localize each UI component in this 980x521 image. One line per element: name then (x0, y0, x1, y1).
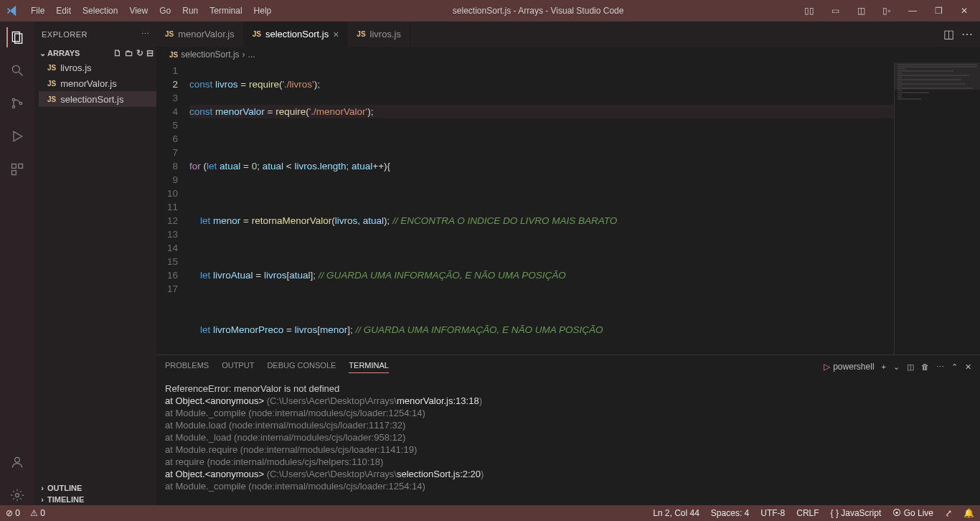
split-terminal-icon[interactable]: ◫ (907, 362, 914, 372)
sidebar: EXPLORER ⋯ ⌄ ARRAYS 🗋 🗀 ↻ ⊟ JSlivros.js … (34, 22, 156, 505)
svg-point-2 (12, 65, 19, 72)
file-row[interactable]: JSlivros.js (39, 60, 156, 75)
folder-section[interactable]: ⌄ ARRAYS 🗋 🗀 ↻ ⊟ (34, 47, 156, 60)
split-editor-icon[interactable]: ◫ (943, 27, 954, 41)
timeline-label: TIMELINE (47, 495, 84, 504)
file-row[interactable]: JSmenorValor.js (39, 75, 156, 91)
menu-terminal[interactable]: Terminal (204, 6, 248, 16)
new-file-icon[interactable]: 🗋 (113, 48, 122, 58)
editor-more-icon[interactable]: ⋯ (961, 27, 973, 41)
tab-menorvalor[interactable]: JSmenorValor.js (156, 22, 244, 47)
status-warnings[interactable]: ⚠ 0 (30, 508, 45, 518)
layout-panel-icon[interactable]: ▭ (825, 6, 845, 16)
status-spaces[interactable]: Spaces: 4 (711, 508, 749, 518)
code-content[interactable]: const livros = require('./livros'); cons… (189, 62, 894, 355)
extensions-icon[interactable] (7, 159, 27, 179)
panel-tab-problems[interactable]: PROBLEMS (165, 361, 209, 372)
status-bar: ⊘ 0 ⚠ 0 Ln 2, Col 44 Spaces: 4 UTF-8 CRL… (0, 505, 980, 521)
js-file-icon: JS (165, 30, 174, 38)
status-linecol[interactable]: Ln 2, Col 44 (653, 508, 699, 518)
menu-view[interactable]: View (123, 6, 154, 16)
status-errors[interactable]: ⊘ 0 (6, 508, 20, 518)
menu-file[interactable]: File (25, 6, 50, 16)
status-bell-icon[interactable]: 🔔 (963, 508, 974, 518)
run-debug-icon[interactable] (7, 126, 27, 146)
terminal-line: at Module.require (node:internal/modules… (165, 443, 971, 456)
terminal-line: at Module._compile (node:internal/module… (165, 407, 971, 419)
svg-rect-8 (19, 164, 23, 169)
editor-tabs: JSmenorValor.js JSselectionSort.js× JSli… (156, 22, 980, 47)
file-name: livros.js (60, 62, 91, 73)
panel-tab-output[interactable]: OUTPUT (222, 361, 254, 372)
menu-edit[interactable]: Edit (50, 6, 77, 16)
sidebar-title: EXPLORER ⋯ (34, 22, 156, 47)
maximize-panel-icon[interactable]: ⌃ (951, 362, 958, 372)
close-tab-icon[interactable]: × (333, 29, 339, 40)
close-panel-icon[interactable]: ✕ (965, 362, 971, 372)
sidebar-more-icon[interactable]: ⋯ (141, 29, 150, 39)
menu-help[interactable]: Help (248, 6, 278, 16)
file-row[interactable]: JSselectionSort.js (39, 91, 156, 107)
terminal-output[interactable]: ReferenceError: menorValor is not define… (156, 378, 980, 505)
svg-line-3 (19, 72, 23, 76)
status-feedback-icon[interactable]: ⤤ (945, 508, 952, 518)
menu-run[interactable]: Run (176, 6, 204, 16)
file-name: menorValor.js (60, 78, 117, 89)
tab-label: menorValor.js (178, 29, 235, 39)
window-close-icon[interactable]: ✕ (954, 6, 974, 16)
vscode-logo-icon (0, 4, 25, 18)
tab-livros[interactable]: JSlivros.js (348, 22, 410, 47)
breadcrumb-file: selectionSort.js (181, 50, 239, 60)
svg-point-5 (12, 105, 14, 108)
refresh-icon[interactable]: ↻ (136, 48, 143, 58)
chevron-right-icon: › (37, 484, 47, 492)
js-file-icon: JS (47, 95, 56, 103)
svg-point-10 (15, 457, 20, 462)
window-maximize-icon[interactable]: ❐ (928, 6, 948, 16)
new-folder-icon[interactable]: 🗀 (125, 48, 133, 58)
collapse-icon[interactable]: ⊟ (146, 48, 154, 58)
status-eol[interactable]: CRLF (796, 508, 819, 518)
window-title: selectionSort.js - Arrays - Visual Studi… (277, 6, 799, 16)
search-icon[interactable] (7, 60, 27, 80)
layout-sidebar-icon[interactable]: ◫ (851, 6, 871, 16)
editor-body[interactable]: 1234567891011121314151617 const livros =… (156, 62, 980, 355)
status-encoding[interactable]: UTF-8 (760, 508, 785, 518)
terminal-line: at Object.<anonymous> (C:\Users\Acer\Des… (165, 395, 971, 407)
timeline-section[interactable]: ›TIMELINE (34, 494, 156, 505)
panel-more-icon[interactable]: ⋯ (936, 362, 944, 372)
outline-section[interactable]: ›OUTLINE (34, 482, 156, 494)
status-golive[interactable]: ⦿ Go Live (892, 508, 933, 518)
terminal-line: at Object.<anonymous> (C:\Users\Acer\Des… (165, 468, 971, 480)
new-terminal-icon[interactable]: + (882, 362, 886, 371)
panel-tab-debugconsole[interactable]: DEBUG CONSOLE (267, 361, 336, 372)
settings-gear-icon[interactable] (7, 485, 27, 505)
terminal-line: at Module._compile (node:internal/module… (165, 480, 971, 492)
status-language[interactable]: { } JavaScript (831, 508, 882, 518)
js-file-icon: JS (47, 64, 56, 72)
panel-tab-terminal[interactable]: TERMINAL (349, 361, 389, 373)
kill-terminal-icon[interactable]: 🗑 (921, 362, 929, 371)
menu-selection[interactable]: Selection (77, 6, 123, 16)
folder-name: ARRAYS (47, 49, 80, 57)
title-bar: File Edit Selection View Go Run Terminal… (0, 0, 980, 22)
source-control-icon[interactable] (7, 93, 27, 113)
layout-customize-icon[interactable]: ▯▫ (877, 6, 897, 16)
menu-bar: File Edit Selection View Go Run Terminal… (25, 6, 277, 16)
outline-label: OUTLINE (47, 484, 82, 492)
chevron-down-icon: ⌄ (37, 49, 47, 58)
explorer-icon[interactable] (6, 27, 27, 47)
js-file-icon: JS (357, 30, 365, 38)
window-minimize-icon[interactable]: — (903, 6, 923, 16)
minimap[interactable] (894, 62, 980, 355)
layout-toggle-icon[interactable]: ▯▯ (799, 6, 819, 16)
terminal-dropdown-icon[interactable]: ⌄ (893, 362, 900, 372)
terminal-shell-selector[interactable]: ▷powershell (824, 362, 874, 372)
breadcrumb[interactable]: JS selectionSort.js › ... (156, 47, 980, 62)
tab-selectionsort[interactable]: JSselectionSort.js× (244, 22, 349, 47)
terminal-line: at Module.load (node:internal/modules/cj… (165, 419, 971, 431)
panel-tabs: PROBLEMS OUTPUT DEBUG CONSOLE TERMINAL ▷… (156, 355, 980, 378)
svg-point-4 (12, 98, 14, 100)
accounts-icon[interactable] (7, 452, 27, 472)
menu-go[interactable]: Go (154, 6, 176, 16)
